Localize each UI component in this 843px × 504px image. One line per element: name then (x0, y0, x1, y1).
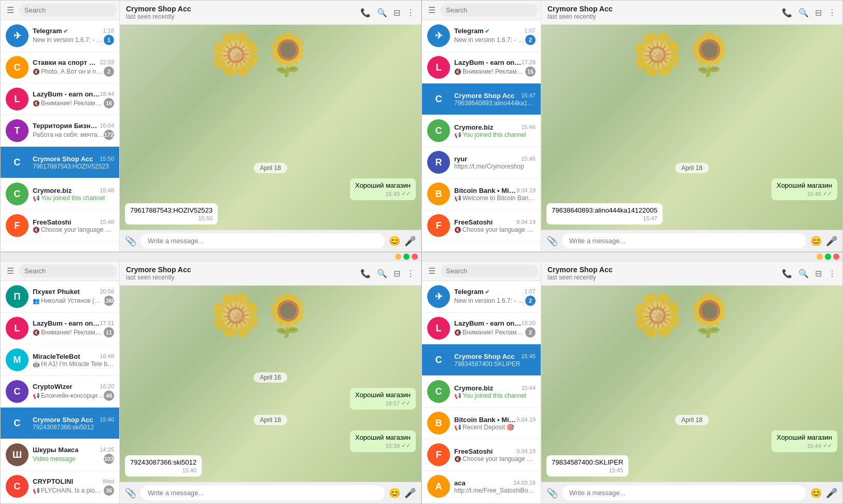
chat-preview-row: 🔇Внимание! Реклама для... 16 (33, 98, 114, 108)
search-input[interactable] (19, 4, 117, 17)
attach-icon[interactable]: 📎 (125, 487, 136, 499)
search-input[interactable] (19, 264, 117, 277)
chat-preview: 🔇Choose your language Выберите... (33, 226, 114, 233)
chat-item-freesatoshi3[interactable]: F FreeSatoshi 9.04.19 🔇Choose your langu… (422, 439, 541, 471)
message-input[interactable] (140, 485, 385, 500)
emoji-icon[interactable]: 😊 (810, 487, 822, 499)
chat-item-shkury[interactable]: Ш Шкуры Макса 14:25 Video message 103 (1, 439, 119, 471)
chat-item-stavki[interactable]: С Ставки на спорт Spor... 22:03 🔇Photo. … (1, 52, 119, 83)
emoji-icon[interactable]: 😊 (389, 235, 400, 247)
chat-item-bitcoin_bank2[interactable]: B Bitcoin Bank • Mining 9.04.19 📢Recent … (422, 408, 541, 439)
chat-item-crymore_shop[interactable]: C Crymore Shop Acc 15:50 79617887543:HOZ… (1, 147, 119, 178)
search-icon[interactable]: 🔍 (377, 269, 387, 278)
avatar: L (427, 56, 450, 79)
message-input[interactable] (562, 233, 806, 248)
avatar: L (6, 317, 29, 340)
maximize-button[interactable] (825, 254, 831, 260)
close-button[interactable] (833, 254, 839, 260)
chat-time: 15:48 (100, 187, 114, 193)
more-icon[interactable]: ⋮ (828, 8, 836, 18)
more-icon[interactable]: ⋮ (828, 269, 836, 278)
columns-icon[interactable]: ⊟ (394, 269, 400, 278)
chat-item-crymore_biz[interactable]: C Crymore.biz 15:48 📢You joined this cha… (1, 178, 119, 210)
chat-item-miracletelebot[interactable]: M MiracleTeleBot 16:48 🤖Hi A1! I'm Mirac… (1, 344, 119, 376)
chat-item-cryptowizer[interactable]: C CryptoWizer 16:20 📢Блокчейн-консорциум… (1, 376, 119, 408)
chat-preview-row: 🔇Внимание! Реклама дл... 11 (33, 327, 114, 338)
phone-icon[interactable]: 📞 (782, 8, 792, 18)
chat-name: Telegram✔ (454, 288, 489, 296)
mute-icon: 🔇 (454, 329, 461, 335)
attach-icon[interactable]: 📎 (546, 235, 558, 247)
chat-item-aca[interactable]: A aca 14.03.19 http://t.me/Free_SatoshiB… (422, 471, 541, 502)
hamburger-icon[interactable]: ☰ (426, 4, 438, 16)
more-icon[interactable]: ⋮ (406, 8, 415, 18)
search-input[interactable] (441, 4, 538, 17)
chat-item-telegram2[interactable]: ✈ Telegram✔ 1:07 New in version 1.6.7: -… (422, 281, 541, 313)
chat-item-phuket[interactable]: П Пхукет Phuket 20:58 👥Николай Устинов (… (1, 281, 119, 313)
search-icon[interactable]: 🔍 (377, 8, 387, 18)
chat-time: 16:48 (100, 353, 114, 359)
chat-messages: April 16 Хороший магазин 18:57✓✓ April 1… (120, 365, 421, 482)
message-text: Хороший магазин (777, 433, 832, 441)
columns-icon[interactable]: ⊟ (394, 8, 400, 18)
hamburger-icon[interactable]: ☰ (426, 265, 438, 277)
chat-item-territ[interactable]: Т Территория Бизнеса 16:04 Работа на себ… (1, 115, 119, 147)
chat-info: Bitcoin Bank • Mining 9.04.19 📢Recent De… (454, 416, 536, 431)
mic-icon[interactable]: 🎤 (826, 235, 837, 247)
emoji-icon[interactable]: 😊 (810, 235, 822, 247)
chat-item-freesatoshi2[interactable]: F FreeSatoshi 9.04.19 🔇Choose your langu… (422, 210, 541, 242)
chat-item-crymore_biz2[interactable]: C Crymore.biz 15:46 📢You joined this cha… (422, 115, 541, 147)
more-icon[interactable]: ⋮ (406, 269, 415, 278)
minimize-button[interactable] (817, 254, 823, 260)
maximize-button[interactable] (403, 254, 410, 260)
phone-icon[interactable]: 📞 (782, 269, 792, 278)
chat-item-crymore_shop2[interactable]: C Crymore Shop Acc 15:47 79638640893:ali… (422, 83, 541, 115)
chat-item-lazybum2[interactable]: L LazyBum - earn on bums! 17:28 🔇Внимани… (422, 52, 541, 83)
sent-message: Хороший магазин 15:46✓✓ (771, 178, 837, 200)
columns-icon[interactable]: ⊟ (815, 269, 822, 278)
columns-icon[interactable]: ⊟ (815, 8, 822, 18)
avatar: C (6, 151, 29, 174)
chat-preview-row: 🔇Photo. А Вот он и попала! ... 2 (33, 66, 114, 77)
sidebar: ☰ П Пхукет Phuket 20:58 👥Николай Устинов… (1, 261, 120, 503)
message-input[interactable] (562, 485, 806, 500)
chat-preview: 🔇Choose your language Выберите с... (454, 226, 536, 233)
chat-item-ryur[interactable]: R ryur 15:46 https://t.me/Crymoreshop (422, 147, 541, 178)
chat-item-lazybum3[interactable]: L LazyBum - earn on bu... 17:31 🔇Внимани… (1, 313, 119, 344)
chat-header-actions: 📞 🔍 ⊟ ⋮ (360, 8, 415, 18)
chat-item-freesatoshi[interactable]: F FreeSatoshi 15:48 🔇Choose your languag… (1, 210, 119, 242)
chat-item-crymore_biz3[interactable]: C Crymore.biz 15:44 📢You joined this cha… (422, 376, 541, 408)
hamburger-icon[interactable]: ☰ (5, 265, 16, 277)
chat-item-crymore_shop4[interactable]: C Crymore Shop Acc 15:45 79834587400:SKL… (422, 344, 541, 376)
chat-item-telegram[interactable]: ✈ Telegram✔ 1:18 New in version 1.6.7: -… (1, 20, 119, 52)
avatar: L (6, 88, 29, 110)
mic-icon[interactable]: 🎤 (404, 487, 416, 499)
chat-name-row: Crymore.biz 15:48 (33, 187, 114, 194)
chat-item-telegram[interactable]: ✈ Telegram✔ 1:07 New in version 1.6.7: -… (422, 20, 541, 52)
chat-preview: Video message (33, 455, 76, 463)
hamburger-icon[interactable]: ☰ (5, 4, 16, 16)
avatar: Т (6, 119, 29, 142)
chat-item-lazybum4[interactable]: L LazyBum - earn on bu... 18:20 🔇Внимани… (422, 313, 541, 344)
phone-icon[interactable]: 📞 (360, 8, 371, 18)
chat-item-bitcoin_bank[interactable]: B Bitcoin Bank • Mining 9.04.19 📢Welcome… (422, 178, 541, 210)
attach-icon[interactable]: 📎 (125, 235, 136, 247)
search-icon[interactable]: 🔍 (798, 8, 809, 18)
message-input[interactable] (140, 233, 385, 248)
mic-icon[interactable]: 🎤 (826, 487, 837, 499)
search-input[interactable] (441, 264, 538, 277)
pane-1: ☰ ✈ Telegram✔ 1:07 New in version 1.6.7:… (422, 0, 843, 252)
search-icon[interactable]: 🔍 (798, 269, 809, 278)
emoji-icon[interactable]: 😊 (389, 487, 400, 499)
minimize-button[interactable] (395, 254, 401, 260)
attach-icon[interactable]: 📎 (546, 487, 558, 499)
phone-icon[interactable]: 📞 (360, 269, 371, 278)
chat-name: LazyBum - earn on bu... (33, 319, 100, 327)
chat-item-lazybum[interactable]: L LazyBum - earn on bu... 18:44 🔇Внимани… (1, 83, 119, 115)
chat-item-cryptolini[interactable]: C CRYPTOLINI Wed 📢FLYCHAIN. Is a pioneer… (1, 471, 119, 502)
chat-header-status: last seen recently (547, 274, 778, 281)
mic-icon[interactable]: 🎤 (404, 235, 416, 247)
close-button[interactable] (412, 254, 418, 260)
chat-item-crymore_shop3[interactable]: C Crymore Shop Acc 15:40 79243087366:ski… (1, 408, 119, 439)
chat-time: 18:20 (521, 320, 536, 326)
